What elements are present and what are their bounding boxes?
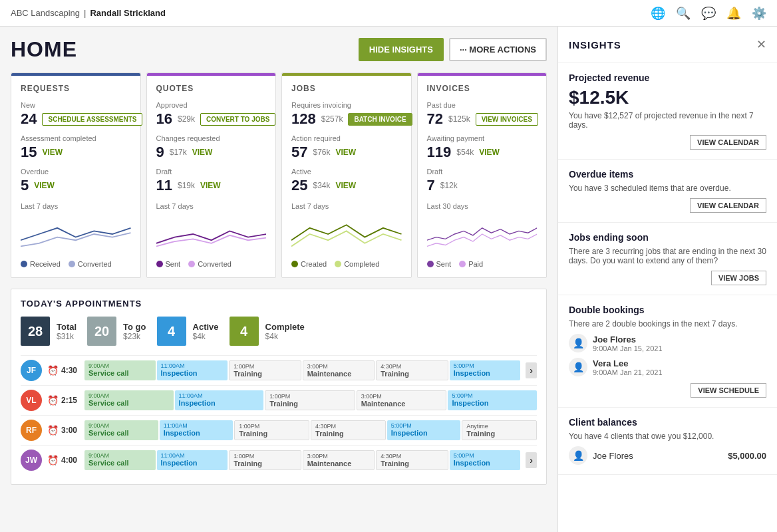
- batch-invoice-button[interactable]: BATCH INVOICE: [348, 113, 412, 126]
- header-actions: HIDE INSIGHTS ··· MORE ACTIONS: [359, 38, 547, 61]
- view-calendar2-button[interactable]: VIEW CALENDAR: [690, 198, 766, 213]
- schedule-block[interactable]: 4:30PMTraining: [311, 420, 386, 440]
- quotes-view1-button[interactable]: VIEW: [192, 148, 213, 157]
- schedule-block[interactable]: 11:00AMInspection: [157, 360, 228, 380]
- appointments-title: TODAY'S APPOINTMENTS: [21, 299, 537, 309]
- block-time: 9:00AM: [88, 362, 152, 369]
- requests-overdue-label: Overdue: [21, 168, 131, 176]
- jobs-active-count: 25: [291, 177, 307, 194]
- block-label: Inspection: [454, 369, 517, 377]
- schedule-block[interactable]: 9:00AMService call: [84, 390, 174, 410]
- schedule-block[interactable]: 3:00PMMaintenance: [303, 450, 375, 470]
- invoices-awaiting-label: Awaiting payment: [427, 134, 538, 142]
- quotes-view2-button[interactable]: VIEW: [200, 181, 221, 190]
- next-button[interactable]: ›: [526, 362, 537, 378]
- invoices-pastdue-count: 72: [427, 110, 443, 128]
- appt-total-box: 28 Total $31k: [21, 317, 77, 346]
- appt-complete-count: 4: [230, 317, 259, 346]
- requests-view2-button[interactable]: VIEW: [34, 181, 55, 190]
- schedule-block[interactable]: 5:00PMInspection: [450, 450, 521, 470]
- bell-icon[interactable]: 🔔: [726, 6, 741, 21]
- schedule-block[interactable]: 4:30PMTraining: [376, 360, 448, 380]
- search-icon[interactable]: 🔍: [676, 6, 691, 21]
- schedule-block[interactable]: 5:00PMInspection: [448, 390, 537, 410]
- more-actions-button[interactable]: ··· MORE ACTIONS: [449, 38, 547, 61]
- view-schedule-button[interactable]: VIEW SCHEDULE: [691, 383, 766, 398]
- invoices-awaiting-sub: $54k: [456, 148, 474, 157]
- block-time: 5:00PM: [454, 452, 517, 459]
- nav-branding: ABC Landscaping | Randall Strickland: [11, 8, 166, 18]
- clock-icon: ⏰: [47, 395, 59, 406]
- schedule-block[interactable]: 1:00PMTraining: [265, 390, 355, 410]
- person-name: Joe Flores: [593, 334, 663, 344]
- block-time: 4:30PM: [381, 453, 444, 460]
- double-bookings-section: Double bookings There are 2 double booki…: [558, 295, 777, 408]
- client-balances-section: Client balances You have 4 clients that …: [558, 408, 777, 475]
- appt-active-sub: $4k: [193, 332, 219, 341]
- schedule-block[interactable]: 5:00PMInspection: [387, 420, 461, 440]
- invoices-title: INVOICES: [427, 84, 538, 93]
- time-info: ⏰2:15: [47, 395, 79, 406]
- schedule-block[interactable]: 11:00AMInspection: [157, 450, 228, 470]
- schedule-timeline: 9:00AMService call11:00AMInspection1:00P…: [84, 390, 537, 410]
- schedule-block[interactable]: 1:00PMTraining: [234, 420, 309, 440]
- jobs-chart-label: Last 7 days: [291, 202, 402, 210]
- requests-chart: Last 7 days Received Converted: [21, 202, 131, 268]
- schedule-block[interactable]: 11:00AMInspection: [175, 390, 264, 410]
- invoices-draft-count: 7: [427, 177, 435, 194]
- invoices-chart: Last 30 days Sent Paid: [427, 202, 538, 268]
- block-label: Training: [381, 460, 444, 467]
- jobs-requires-label: Requires invoicing: [291, 101, 402, 109]
- schedule-timeline: 9:00AMService call11:00AMInspection1:00P…: [84, 420, 537, 440]
- next-button[interactable]: ›: [526, 452, 537, 468]
- convert-to-jobs-button[interactable]: CONVERT TO JOBS: [200, 113, 275, 126]
- schedule-block[interactable]: 9:00AMService call: [84, 420, 158, 440]
- jobs-view1-button[interactable]: VIEW: [336, 148, 357, 157]
- schedule-block[interactable]: 9:00AMService call: [84, 360, 156, 380]
- schedule-block[interactable]: 3:00PMMaintenance: [357, 390, 447, 410]
- appointments-section: TODAY'S APPOINTMENTS 28 Total $31k 20 To…: [11, 289, 547, 485]
- time-info: ⏰4:30: [47, 365, 79, 376]
- chat-icon[interactable]: 💬: [701, 6, 716, 21]
- schedule-block[interactable]: 9:00AMService call: [84, 450, 156, 470]
- quotes-chart: Last 7 days Sent Converted: [156, 202, 267, 268]
- time-value: 2:15: [61, 396, 77, 405]
- schedule-block[interactable]: 5:00PMInspection: [450, 360, 521, 380]
- schedule-block[interactable]: 3:00PMMaintenance: [303, 360, 375, 380]
- jobs-title: JOBS: [291, 84, 402, 93]
- block-label: Training: [233, 460, 297, 467]
- block-time: 11:00AM: [161, 452, 224, 459]
- sidebar-close-button[interactable]: ✕: [756, 37, 766, 52]
- block-label: Training: [315, 430, 381, 438]
- hide-insights-button[interactable]: HIDE INSIGHTS: [359, 38, 444, 61]
- block-time: 5:00PM: [391, 422, 457, 429]
- requests-view1-button[interactable]: VIEW: [42, 148, 63, 157]
- quotes-card: QUOTES Approved 16 $29k CONVERT TO JOBS …: [146, 72, 277, 278]
- jobs-ending-actions: VIEW JOBS: [569, 271, 766, 285]
- company-name: ABC Landscaping: [11, 8, 80, 18]
- settings-icon[interactable]: ⚙️: [752, 6, 766, 21]
- block-label: Inspection: [391, 429, 457, 437]
- schedule-block[interactable]: 1:00PMTraining: [229, 360, 301, 380]
- projected-actions: VIEW CALENDAR: [569, 135, 766, 150]
- jobs-chart: Last 7 days Created Completed: [291, 202, 402, 268]
- jobs-view2-button[interactable]: VIEW: [336, 181, 357, 190]
- schedule-block[interactable]: 4:30PMTraining: [376, 450, 448, 470]
- invoices-view1-button[interactable]: VIEW: [479, 148, 500, 157]
- schedule-block[interactable]: 11:00AMInspection: [160, 420, 233, 440]
- overdue-actions: VIEW CALENDAR: [569, 198, 766, 213]
- schedule-block[interactable]: AnytimeTraining: [462, 420, 537, 440]
- view-invoices-button[interactable]: VIEW INVOICES: [476, 113, 538, 126]
- appt-active-info: Active $4k: [193, 322, 219, 341]
- quotes-legend: Sent Converted: [156, 260, 267, 268]
- view-jobs-button[interactable]: VIEW JOBS: [711, 271, 766, 285]
- avatar: JW: [21, 450, 42, 471]
- schedule-assessments-button[interactable]: SCHEDULE ASSESSMENTS: [42, 113, 142, 126]
- schedule-block[interactable]: 1:00PMTraining: [229, 450, 301, 470]
- client-balance-left: 👤 Joe Flores: [569, 446, 633, 465]
- jobs-action-count: 57: [291, 144, 307, 161]
- appt-togo-label: To go: [123, 322, 146, 332]
- schedule-row: VL⏰2:159:00AMService call11:00AMInspecti…: [21, 385, 537, 415]
- view-calendar1-button[interactable]: VIEW CALENDAR: [690, 135, 766, 150]
- globe-icon[interactable]: 🌐: [651, 6, 665, 21]
